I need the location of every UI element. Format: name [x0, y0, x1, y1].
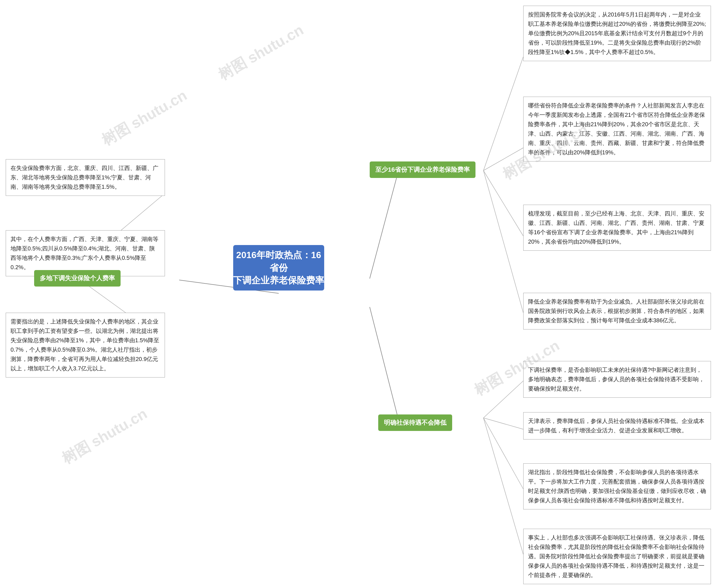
watermark-1: 树图 shutu.cn: [98, 86, 190, 150]
watermark-2: 树图 shutu.cn: [58, 404, 151, 469]
svg-line-11: [483, 418, 523, 429]
svg-line-10: [483, 381, 523, 418]
svg-line-13: [483, 418, 523, 554]
svg-line-7: [483, 148, 523, 170]
svg-line-12: [483, 418, 523, 489]
svg-line-8: [483, 170, 523, 236]
leaf-right-2: 哪些省份符合降低企业养老保险费率的条件？人社部新闻发言人李忠在今年一季度新闻发布…: [523, 97, 711, 162]
leaf-right-4: 降低企业养老保险费率有助于为企业减负。人社部副部长张义珍此前在国务院政策例行吹风…: [523, 293, 711, 329]
branch-pension-reduction: 至少16省份下调企业养老保险费率: [370, 162, 476, 178]
leaf-right-6: 天津表示，费率降低后，参保人员社会保险待遇标准不降低。企业成本进一步降低，有利于…: [523, 412, 711, 440]
svg-line-2: [370, 307, 398, 418]
svg-line-9: [483, 170, 523, 313]
leaf-left-top: 在失业保险费率方面，北京、重庆、四川、江西、新疆、广东、湖北等地将失业保险总费率…: [6, 159, 165, 196]
svg-line-6: [483, 57, 523, 170]
leaf-right-7: 湖北指出，阶段性降低社会保险费，不会影响参保人员的各项待遇水平。下一步将加大工作…: [523, 463, 711, 509]
branch-unemployment-insurance: 多地下调失业保险个人费率: [34, 270, 120, 286]
leaf-right-5: 下调社保费率，是否会影响职工未来的社保待遇?中新网记者注意到，多地明确表态，费率…: [523, 361, 711, 398]
leaf-right-3: 梳理发现，截至目前，至少已经有上海、北京、天津、四川、重庆、安徽、江西、新疆、山…: [523, 205, 711, 251]
watermark-3: 树图 shutu.cn: [215, 20, 307, 85]
leaf-left-mid: 其中，在个人费率方面，广西、天津、重庆、宁夏、湖南等地降至0.5%;四川从0.5…: [6, 230, 165, 276]
leaf-right-8: 事实上，人社部也多次强调不会影响职工社保待遇。张义珍表示，降低社会保险费率，尤其…: [523, 529, 711, 584]
leaf-right-1: 按照国务院常务会议的决定，从2016年5月1日起两年内，一是对企业职工基本养老保…: [523, 6, 711, 61]
svg-line-1: [370, 172, 398, 279]
leaf-left-bottom: 需要指出的是，上述降低失业保险个人费率的地区，其企业职工拿到手的工资有望变多一些…: [6, 313, 165, 377]
center-node: 2016年时政热点：16省份 下调企业养老保险费率: [233, 245, 324, 290]
branch-social-insurance-stable: 明确社保待遇不会降低: [378, 415, 452, 431]
center-title: 2016年时政热点：16省份 下调企业养老保险费率: [233, 249, 324, 287]
